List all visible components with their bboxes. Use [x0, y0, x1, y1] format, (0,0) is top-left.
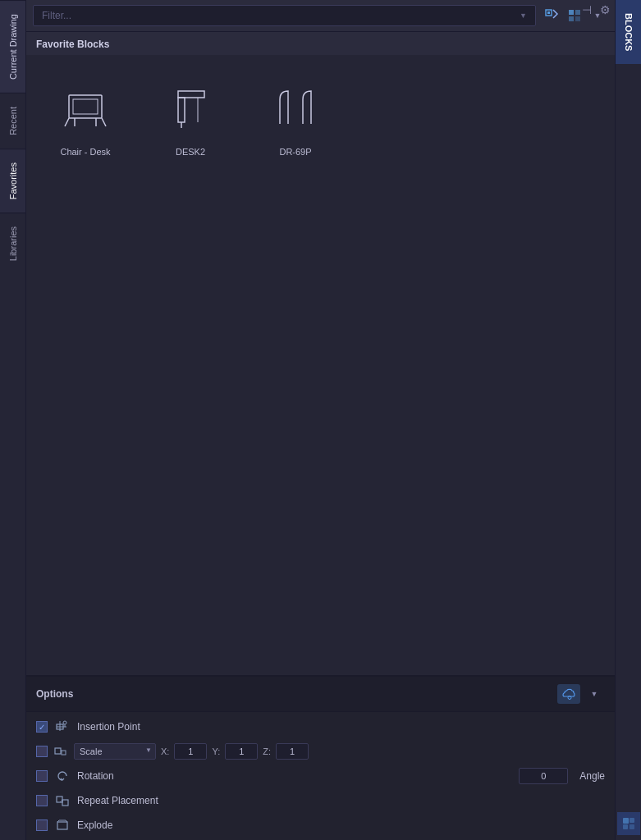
- insertion-point-icon: [54, 719, 71, 735]
- rotation-label: Rotation: [77, 770, 512, 782]
- repeat-placement-checkbox[interactable]: [36, 795, 48, 806]
- right-bottom-button[interactable]: [617, 812, 640, 835]
- block-icon-desk2: [158, 75, 223, 140]
- repeat-placement-label: Repeat Placement: [77, 795, 605, 806]
- svg-rect-12: [178, 91, 204, 98]
- scale-icon: [53, 743, 69, 760]
- block-label-dr69p: DR-69P: [279, 147, 311, 157]
- svg-rect-6: [69, 95, 102, 118]
- options-dropdown-arrow: ▼: [591, 690, 598, 698]
- rotation-checkbox[interactable]: [36, 770, 48, 782]
- svg-rect-1: [547, 11, 550, 14]
- svg-rect-33: [630, 818, 634, 823]
- scale-row: Scale ▼ X: Y: Z:: [36, 743, 605, 760]
- pin-button[interactable]: ⊣: [580, 3, 593, 16]
- right-panel: BLOCKS: [615, 0, 641, 840]
- top-toolbar: ⊣ ⚙ Filter... ▼: [26, 0, 615, 32]
- scale-z-input[interactable]: [276, 743, 309, 760]
- sidebar-item-recent[interactable]: Recent: [0, 93, 25, 148]
- rotation-icon: [54, 768, 71, 784]
- explode-icon: [54, 817, 71, 833]
- filter-dropdown[interactable]: Filter... ▼: [33, 5, 536, 26]
- block-icon-chair-desk: [53, 75, 118, 140]
- z-label: Z:: [263, 746, 271, 756]
- block-item-dr69p[interactable]: DR-69P: [246, 65, 345, 163]
- svg-rect-5: [575, 16, 580, 21]
- explode-label: Explode: [77, 819, 605, 831]
- repeat-placement-icon: [54, 792, 71, 809]
- svg-rect-28: [57, 822, 67, 829]
- svg-line-9: [102, 118, 106, 126]
- svg-rect-26: [57, 797, 62, 802]
- block-item-chair-desk[interactable]: Chair - Desk: [36, 65, 135, 163]
- filter-placeholder: Filter...: [42, 10, 71, 21]
- blocks-grid: Chair - Desk DESK2: [36, 65, 605, 163]
- scale-checkbox[interactable]: [36, 746, 48, 757]
- cloud-settings-button[interactable]: [557, 684, 580, 704]
- svg-rect-34: [623, 824, 628, 829]
- options-rows: Insertion Point Scale ▼: [26, 712, 615, 840]
- svg-rect-23: [55, 748, 61, 754]
- repeat-placement-row: Repeat Placement: [36, 792, 605, 809]
- insert-icon: [544, 8, 559, 23]
- block-icon-dr69p: [263, 75, 328, 140]
- options-controls: ▼: [557, 683, 605, 705]
- block-label-desk2: DESK2: [176, 147, 205, 157]
- insert-icon-button[interactable]: [541, 5, 562, 26]
- filter-dropdown-arrow: ▼: [520, 11, 527, 20]
- explode-checkbox[interactable]: [36, 819, 48, 831]
- explode-row: Explode: [36, 817, 605, 833]
- insertion-point-row: Insertion Point: [36, 719, 605, 735]
- svg-rect-2: [569, 10, 574, 15]
- svg-rect-24: [62, 751, 66, 755]
- blocks-grid-area[interactable]: Chair - Desk DESK2: [26, 55, 615, 675]
- settings-button[interactable]: ⚙: [598, 3, 611, 16]
- svg-point-21: [63, 721, 66, 724]
- favorites-section-header: Favorite Blocks: [26, 32, 615, 55]
- y-label: Y:: [212, 746, 220, 756]
- options-title: Options: [36, 688, 73, 700]
- main-panel: ⊣ ⚙ Filter... ▼: [26, 0, 615, 840]
- scale-y-input[interactable]: [225, 743, 258, 760]
- svg-rect-7: [73, 99, 98, 114]
- rotation-row: Rotation Angle: [36, 768, 605, 784]
- svg-rect-32: [623, 818, 629, 824]
- options-panel: Options ▼: [26, 675, 615, 840]
- expand-icon: [621, 816, 636, 831]
- sidebar-item-current-drawing[interactable]: Current Drawing: [0, 0, 25, 93]
- scale-x-input[interactable]: [174, 743, 207, 760]
- options-header: Options ▼: [26, 677, 615, 712]
- insertion-point-checkbox[interactable]: [36, 721, 48, 733]
- svg-rect-35: [630, 824, 634, 829]
- x-label: X:: [161, 746, 169, 756]
- svg-line-8: [65, 118, 69, 126]
- sidebar-item-favorites[interactable]: Favorites: [0, 148, 25, 212]
- block-label-chair-desk: Chair - Desk: [60, 147, 110, 157]
- svg-rect-4: [569, 16, 574, 21]
- scale-dropdown[interactable]: Scale ▼: [74, 743, 156, 760]
- sidebar-item-libraries[interactable]: Libraries: [0, 212, 25, 274]
- options-dropdown-button[interactable]: ▼: [584, 683, 605, 705]
- svg-rect-27: [62, 800, 68, 806]
- angle-label: Angle: [579, 770, 605, 782]
- rotation-angle-input[interactable]: [519, 768, 568, 784]
- left-tabs-panel: Current Drawing Recent Favorites Librari…: [0, 0, 26, 840]
- cloud-settings-icon: [562, 688, 575, 700]
- block-item-desk2[interactable]: DESK2: [141, 65, 240, 163]
- insertion-point-label: Insertion Point: [77, 721, 605, 733]
- svg-rect-13: [178, 98, 185, 122]
- blocks-tab[interactable]: BLOCKS: [616, 0, 641, 64]
